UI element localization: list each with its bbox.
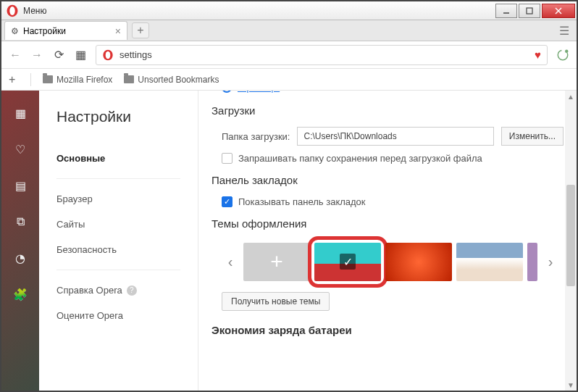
theme-card[interactable] [527, 243, 537, 281]
window-titlebar: Меню [1, 1, 577, 20]
svg-point-7 [106, 51, 111, 59]
folder-icon [124, 75, 134, 83]
tab-title: Настройки [23, 26, 66, 36]
section-bookmarkbar-title: Панель закладок [211, 174, 564, 186]
plus-icon: + [270, 249, 283, 274]
reload-button[interactable]: ⟳ [52, 49, 65, 62]
sidebar-item-security[interactable]: Безопасность [56, 237, 198, 262]
scroll-down-icon[interactable]: ▼ [565, 379, 577, 391]
section-downloads-title: Загрузки [211, 104, 564, 117]
sidebar-item-sites[interactable]: Сайты [56, 212, 198, 237]
svg-point-1 [9, 7, 15, 15]
scrollbar[interactable]: ▲ ▼ [565, 91, 577, 391]
theme-add-card[interactable]: + [243, 243, 310, 281]
add-bookmark-button[interactable]: + [9, 73, 19, 86]
help-icon: ? [127, 285, 137, 296]
sidebar-item-label: Справка Opera [56, 285, 122, 296]
get-more-themes-button[interactable]: Получить новые темы [222, 292, 330, 311]
change-folder-button[interactable]: Изменить... [501, 127, 564, 146]
svg-point-9 [565, 49, 569, 53]
carousel-next-button[interactable]: › [542, 240, 559, 283]
maximize-button[interactable] [519, 4, 540, 18]
sidebar-item-rate[interactable]: Оцените Opera [56, 303, 198, 328]
radio-selected-icon [222, 91, 232, 93]
page-title: Настройки [56, 108, 198, 125]
startup-radio-row[interactable]: страницы [211, 91, 564, 93]
checkmark-icon: ✓ [340, 254, 356, 270]
forward-button[interactable]: → [30, 49, 43, 62]
show-bookmarkbar-checkbox-row[interactable]: Показывать панель закладок [211, 196, 564, 207]
theme-card[interactable] [385, 243, 452, 281]
section-themes-title: Темы оформления [211, 217, 564, 230]
sidebar-rail: ▦ ♡ ▤ ⧉ ◔ 🧩 [1, 91, 39, 391]
download-folder-input[interactable] [297, 127, 493, 146]
divider [30, 73, 31, 86]
settings-sidebar: Настройки Основные Браузер Сайты Безопас… [39, 91, 198, 391]
carousel-prev-button[interactable]: ‹ [222, 240, 239, 283]
menu-button[interactable]: Меню [23, 6, 46, 16]
opera-logo-icon [6, 4, 19, 17]
divider [56, 270, 180, 270]
scroll-up-icon[interactable]: ▲ [565, 91, 577, 102]
divider [56, 178, 180, 179]
sync-icon[interactable] [556, 49, 569, 62]
new-tab-button[interactable]: + [132, 22, 149, 38]
address-bar[interactable]: ♥ [96, 45, 548, 65]
minimize-button[interactable] [495, 4, 517, 18]
scrollbar-thumb[interactable] [566, 185, 575, 286]
back-button[interactable]: ← [9, 49, 22, 62]
theme-card-selected[interactable]: ✓ [314, 243, 381, 281]
extensions-icon[interactable]: 🧩 [12, 286, 28, 302]
tab-strip: ⚙ Настройки × + ☰ [1, 20, 577, 41]
bookmark-folder[interactable]: Mozilla Firefox [43, 75, 112, 85]
bookmark-folder-label: Mozilla Firefox [56, 75, 112, 85]
bookmark-folder[interactable]: Unsorted Bookmarks [124, 75, 219, 85]
checkbox-label: Показывать панель закладок [238, 196, 366, 207]
toolbar: ← → ⟳ ▦ ♥ [1, 41, 577, 69]
checkbox-label: Запрашивать папку сохранения перед загру… [238, 153, 482, 164]
address-input[interactable] [120, 49, 529, 60]
bookmarks-heart-icon[interactable]: ♡ [12, 141, 28, 157]
startup-radio-label: страницы [238, 91, 280, 93]
checkbox-checked-icon [222, 196, 233, 207]
news-icon[interactable]: ▤ [12, 178, 28, 193]
content-area: ▦ ♡ ▤ ⧉ ◔ 🧩 Настройки Основные Браузер С… [1, 91, 577, 391]
tab-settings[interactable]: ⚙ Настройки × [4, 21, 127, 40]
svg-rect-3 [527, 8, 532, 14]
tabs-icon[interactable]: ⧉ [12, 214, 28, 230]
theme-card[interactable] [456, 243, 523, 281]
set-pages-link[interactable]: страницы [238, 91, 280, 93]
folder-icon [43, 75, 53, 83]
checkbox-unchecked-icon [222, 153, 233, 164]
heart-icon[interactable]: ♥ [535, 49, 541, 61]
sidebar-item-help[interactable]: Справка Opera ? [56, 278, 198, 303]
bookmarks-bar: + Mozilla Firefox Unsorted Bookmarks [1, 69, 577, 91]
opera-badge-icon [102, 49, 114, 61]
settings-pane: страницы Загрузки Папка загрузки: Измени… [198, 91, 577, 391]
close-button[interactable] [542, 4, 575, 18]
sidebar-item-browser[interactable]: Браузер [56, 186, 198, 212]
gear-icon: ⚙ [11, 26, 19, 36]
bookmark-folder-label: Unsorted Bookmarks [138, 75, 219, 85]
sidebar-item-basic[interactable]: Основные [56, 146, 198, 171]
themes-carousel: ‹ + ✓ › [211, 240, 564, 283]
ask-save-checkbox-row[interactable]: Запрашивать папку сохранения перед загру… [211, 153, 564, 164]
speed-dial-button[interactable]: ▦ [74, 49, 87, 62]
download-folder-label: Папка загрузки: [222, 131, 290, 142]
section-battery-title: Экономия заряда батареи [211, 324, 564, 336]
history-icon[interactable]: ◔ [12, 250, 28, 266]
speed-dial-icon[interactable]: ▦ [12, 105, 28, 121]
tab-close-icon[interactable]: × [115, 25, 121, 37]
sidebar-toggle-icon[interactable]: ☰ [559, 24, 569, 38]
